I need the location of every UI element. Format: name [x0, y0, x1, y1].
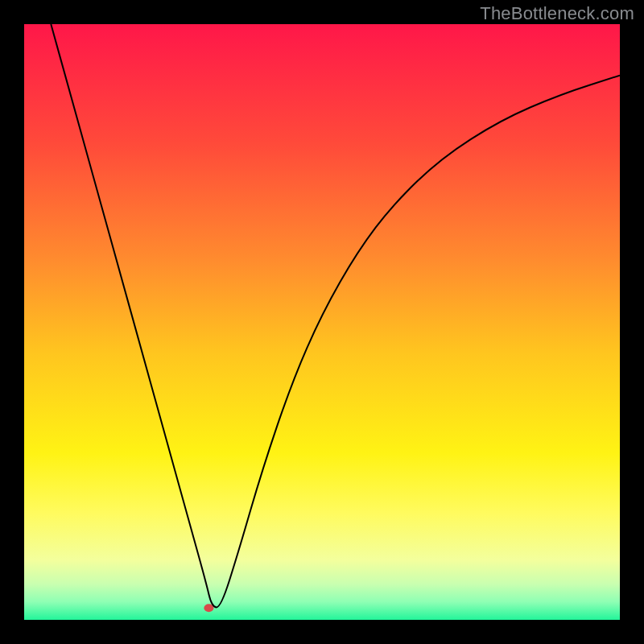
chart-svg — [24, 24, 620, 620]
watermark-text: TheBottleneck.com — [480, 3, 634, 24]
plot-area — [24, 24, 620, 620]
gradient-background — [24, 24, 620, 620]
chart-frame: TheBottleneck.com — [0, 0, 644, 644]
